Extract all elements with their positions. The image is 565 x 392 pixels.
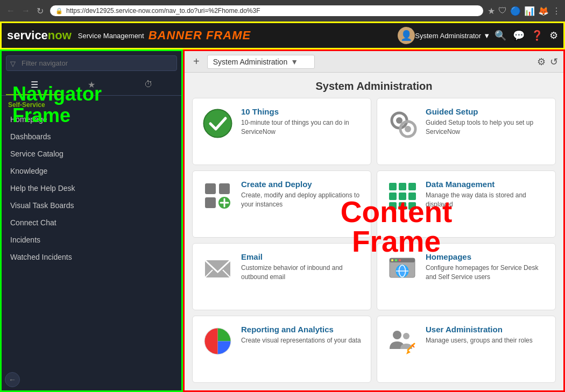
svg-rect-11 [389,183,397,190]
card-text-reporting: Reporting and Analytics Create visual re… [241,325,361,345]
chevron-down-icon: ▼ [483,32,490,40]
svg-point-4 [405,126,411,132]
chat-icon[interactable]: 💬 [513,30,525,41]
svg-point-33 [403,333,409,339]
svg-rect-17 [389,202,397,210]
content-title: System Administration [185,73,563,98]
card-email[interactable]: Email Customize behavior of inbound and … [192,243,371,310]
user-name: System Administrator [415,32,481,40]
nav-bottom-bar: ← [2,369,181,390]
card-icon-homepages [386,252,418,284]
card-desc-guided-setup: Guided Setup tools to help you set up Se… [426,118,547,137]
card-icon-data-management [386,180,418,212]
card-homepages[interactable]: Homepages Configure homepages for Servic… [377,243,556,310]
menu-button[interactable]: ⋮ [552,6,561,16]
browser-chrome: ← → ↻ 🔒 https://dev12925.service-now.com… [0,0,565,22]
svg-point-2 [396,117,402,124]
card-title-homepages: Homepages [426,252,547,261]
back-button[interactable]: ← [4,5,17,17]
card-guided-setup[interactable]: Guided Setup Guided Setup tools to help … [377,98,556,165]
banner-frame-area: Service Management BANNER FRAME [78,28,398,42]
nav-item-watched-incidents[interactable]: Watched Incidents [2,248,181,266]
filter-nav-area: ▽ [2,51,181,75]
svg-rect-6 [219,183,230,194]
card-user-admin[interactable]: User Administration Manage users, groups… [377,316,556,383]
nav-item-visual-task[interactable]: Visual Task Boards [2,197,181,214]
ext-btn-2[interactable]: 🔵 [510,6,521,16]
nav-item-incidents[interactable]: Incidents [2,231,181,248]
card-text-guided-setup: Guided Setup Guided Setup tools to help … [426,107,547,137]
nav-item-connect-chat[interactable]: Connect Chat [2,214,181,231]
card-desc-email: Customize behavior of inbound and outbou… [241,263,362,282]
sn-logo: servicenow [7,28,72,42]
card-title-guided-setup: Guided Setup [426,107,547,116]
card-title-user-admin: User Administration [426,325,533,334]
tab-menu[interactable]: ☰ [6,75,63,95]
add-tab-button[interactable]: + [190,54,203,69]
settings-icon[interactable]: ⚙ [549,30,558,41]
card-data-management[interactable]: Data Management Manage the way data is s… [377,170,556,238]
card-text-homepages: Homepages Configure homepages for Servic… [426,252,547,282]
svg-rect-24 [390,258,415,262]
card-icon-reporting [201,325,234,357]
svg-rect-19 [408,202,416,210]
card-desc-create-deploy: Create, modify and deploy applications t… [241,191,362,209]
card-title-ten-things: 10 Things [241,107,362,116]
card-text-user-admin: User Administration Manage users, groups… [426,325,533,345]
help-icon[interactable]: ❓ [531,30,543,41]
card-icon-user-admin [386,325,418,357]
svg-point-26 [395,259,397,261]
filter-input-wrapper: ▽ [6,55,177,71]
card-title-reporting: Reporting and Analytics [241,325,361,334]
svg-rect-18 [399,202,406,210]
svg-rect-5 [205,183,216,194]
card-title-data-management: Data Management [426,180,547,189]
service-mgmt-text: Service Management [78,32,144,40]
card-desc-ten-things: 10-minute tour of things you can do in S… [241,118,362,137]
nav-collapse-button[interactable]: ← [5,372,20,387]
search-icon[interactable]: 🔍 [495,30,506,41]
svg-rect-13 [408,183,416,190]
tab-selector-label: System Administration [213,58,288,66]
card-title-create-deploy: Create and Deploy [241,180,362,189]
filter-navigator-input[interactable] [6,55,177,71]
ext-btn-1[interactable]: 🛡 [498,6,507,16]
card-text-ten-things: 10 Things 10-minute tour of things you c… [241,107,362,137]
svg-point-0 [203,109,231,137]
tab-favorites[interactable]: ★ [63,75,120,95]
lock-icon: 🔒 [55,8,63,15]
nav-item-service-catalog[interactable]: Service Catalog [2,145,181,162]
tab-selector[interactable]: System Administration ▼ [207,55,315,69]
main-layout: ▽ ☰ ★ ⏱ Self-Service Homepage Dashboards… [0,49,565,392]
ext-btn-4[interactable]: 🦊 [538,6,549,16]
user-dropdown[interactable]: System Administrator ▼ [415,32,490,40]
forward-button[interactable]: → [19,5,32,17]
tab-history[interactable]: ⏱ [120,75,177,95]
settings-icon-btn[interactable]: ⚙ [537,56,546,68]
card-text-email: Email Customize behavior of inbound and … [241,252,362,282]
card-icon-email [201,252,234,284]
card-create-deploy[interactable]: Create and Deploy Create, modify and dep… [192,170,371,238]
card-desc-reporting: Create visual representations of your da… [241,336,361,345]
card-ten-things[interactable]: 10 Things 10-minute tour of things you c… [192,98,371,165]
svg-rect-7 [205,197,216,208]
logo-service: service [7,28,48,42]
nav-item-dashboards[interactable]: Dashboards [2,128,181,145]
svg-point-25 [391,259,393,261]
refresh-icon-btn[interactable]: ↺ [550,56,558,68]
refresh-button[interactable]: ↻ [34,5,46,17]
ext-btn-3[interactable]: 📊 [524,6,535,16]
card-title-email: Email [241,252,362,261]
nav-item-knowledge[interactable]: Knowledge [2,162,181,180]
address-bar[interactable]: 🔒 https://dev12925.service-now.com/nav_t… [50,5,483,16]
svg-point-32 [393,331,401,339]
svg-rect-15 [399,193,406,200]
bookmark-button[interactable]: ★ [488,6,495,16]
card-text-create-deploy: Create and Deploy Create, modify and dep… [241,180,362,209]
nav-item-homepage[interactable]: Homepage [2,111,181,128]
content-frame-wrapper: + System Administration ▼ ⚙ ↺ System Adm… [183,49,565,392]
nav-item-help-desk[interactable]: Help the Help Desk [2,180,181,197]
card-reporting[interactable]: Reporting and Analytics Create visual re… [192,316,371,383]
header-icons: 🔍 💬 ❓ ⚙ [495,30,558,41]
content-frame: + System Administration ▼ ⚙ ↺ System Adm… [183,49,565,392]
